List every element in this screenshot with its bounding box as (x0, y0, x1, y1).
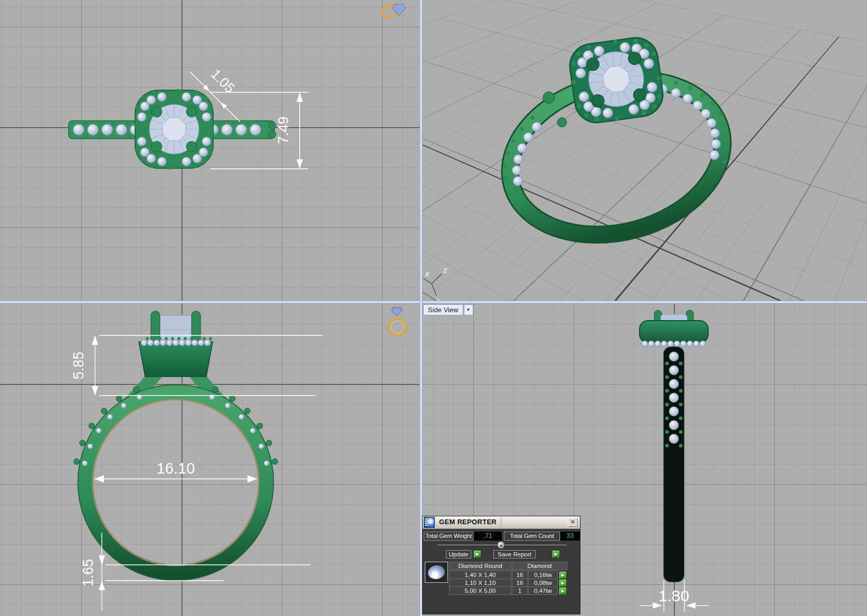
gem-dot (154, 340, 160, 346)
gem-dot (710, 101, 714, 105)
update-run-button[interactable]: ▶ (473, 550, 481, 558)
close-icon[interactable]: ✕ (568, 518, 578, 527)
viewport-splitter-horizontal[interactable] (0, 301, 867, 304)
gem-dot (264, 460, 269, 466)
gem-dot (83, 135, 88, 139)
gem-dot (232, 120, 236, 124)
gem-dot (141, 340, 147, 346)
gem-dot (661, 341, 668, 347)
gem-dot (506, 151, 510, 155)
gem-dot (718, 111, 722, 116)
gem-dot (669, 420, 679, 430)
gem-dot (137, 112, 146, 121)
row-action-button[interactable]: ▶ (559, 587, 567, 595)
gem-dot (655, 341, 661, 347)
svg-text:5.85: 5.85 (71, 352, 87, 380)
gem-dot (83, 120, 88, 124)
gem-dot (259, 444, 264, 449)
total-count-value: 33 (560, 532, 580, 541)
gem-dot (250, 428, 255, 434)
total-weight-label: Total Gem Weight (424, 532, 473, 541)
gem-dot (665, 389, 669, 393)
titlebar-separator (501, 517, 501, 527)
gem-dot (230, 396, 235, 401)
panel-slider-handle[interactable]: ▲ (497, 541, 505, 549)
gem-dot (160, 340, 166, 346)
gem-dot (674, 81, 678, 85)
gem-dot (236, 124, 247, 136)
gem-dot (116, 396, 122, 401)
gem-dot (726, 147, 730, 151)
gem-dot (687, 341, 693, 347)
gem-dot (530, 116, 535, 120)
gem-dot (157, 92, 166, 101)
dimension-inner-diameter: 16.10 (94, 460, 257, 483)
gem-dot (165, 337, 168, 340)
gem-dot (722, 159, 727, 163)
gem-dot (204, 340, 211, 346)
gem-dot (679, 403, 683, 407)
axis-x-label: x (425, 269, 430, 278)
gem-dot (520, 127, 524, 131)
ring-gem-widget-icon[interactable] (389, 307, 406, 335)
gem-dot (140, 158, 144, 162)
gem-dot (680, 341, 687, 347)
total-weight-value: ,71 (474, 532, 502, 541)
gem-dot (209, 150, 213, 153)
gem-dot (177, 337, 180, 340)
gem-dot (133, 387, 139, 392)
gem-dot (88, 444, 93, 449)
gem-dot (184, 337, 187, 340)
chevron-down-icon[interactable]: ▼ (464, 304, 473, 315)
gem-dot (710, 150, 719, 160)
gem-preview-thumbnail[interactable] (425, 562, 448, 583)
svg-text:1.05: 1.05 (208, 66, 238, 96)
gem-dot (668, 341, 674, 347)
ring-gem-widget-icon[interactable] (381, 3, 405, 19)
gem-dot (726, 134, 730, 138)
gem-dot (179, 340, 185, 346)
gem-dot (173, 340, 179, 346)
gem-dot (683, 94, 692, 103)
gem-reporter-titlebar[interactable]: GEM REPORTER ✕ (423, 516, 580, 529)
row-action-button[interactable]: ▶ (559, 571, 567, 579)
gem-dot (112, 135, 116, 139)
gem-count-cell: 16 (512, 571, 528, 579)
viewport-tab-label[interactable]: Side View (423, 304, 463, 315)
ring-front-view (74, 311, 278, 581)
gem-dot (147, 340, 154, 346)
gem-count-cell: 16 (512, 579, 528, 587)
gem-dot (196, 337, 199, 340)
gem-dot (141, 95, 145, 99)
update-button[interactable]: Update (446, 550, 471, 559)
gem-dot (199, 102, 208, 111)
gem-weight-cell: 0,47tw (528, 586, 558, 595)
save-report-button[interactable]: Save Report (493, 550, 536, 559)
gem-dot (723, 122, 727, 127)
gem-dot (74, 459, 80, 465)
gem-dot (116, 124, 127, 136)
column-header-type: Diamond (512, 562, 567, 570)
gem-dot (98, 120, 102, 124)
gem-dot (693, 101, 702, 110)
gem-dot (225, 403, 230, 408)
gem-dot (121, 403, 127, 408)
gem-dot (96, 428, 101, 434)
column-header-size: Diamond Round (449, 562, 511, 570)
save-report-run-button[interactable]: ▶ (552, 550, 560, 558)
gem-dot (158, 337, 161, 340)
gem-dot (102, 124, 113, 136)
gem-dot (669, 393, 679, 402)
gem-dot (688, 86, 692, 90)
gem-dot (185, 340, 192, 346)
gem-dot (204, 97, 208, 100)
gem-dot (168, 166, 172, 169)
gem-dot (203, 159, 207, 163)
gem-dot (150, 164, 154, 168)
gem-count-cell: 1 (512, 586, 528, 595)
gem-dot (700, 93, 704, 97)
gem-dot (693, 341, 700, 347)
row-action-button[interactable]: ▶ (559, 579, 567, 587)
gem-dot (73, 124, 84, 136)
gem-dot (176, 89, 180, 92)
